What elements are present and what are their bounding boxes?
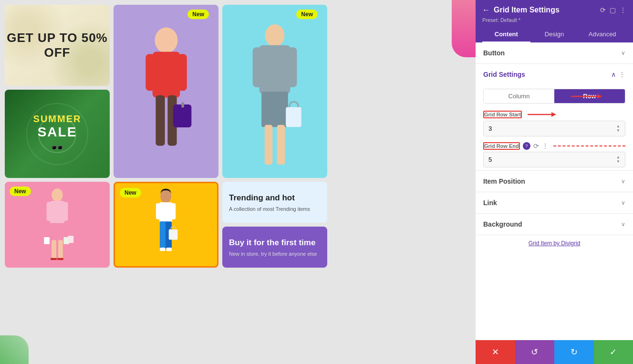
dashed-line [553, 146, 625, 146]
settings-panel: ← Grid Item Settings ⟳ ▢ ⋮ Preset: Defau… [476, 0, 633, 364]
row-start-up[interactable]: ▲ [616, 125, 620, 128]
row-start-input[interactable]: 3 ▲ ▼ [483, 121, 625, 136]
svg-rect-20 [51, 223, 64, 240]
buy-title: Buy it for the first time [229, 238, 321, 248]
window-icon[interactable]: ▢ [610, 6, 616, 14]
grid-item-5[interactable]: New [5, 182, 110, 268]
menu-icon[interactable]: ⋮ [620, 6, 626, 14]
row-start-arrows: ▲ ▼ [616, 125, 620, 133]
section-background-header[interactable]: Background ∨ [476, 214, 633, 235]
person-svg-2 [122, 22, 211, 178]
grid-item-2[interactable]: New [114, 5, 218, 178]
section-link: Link ∨ [476, 192, 633, 214]
refresh-icon[interactable]: ⟳ [600, 6, 606, 14]
row-start-value: 3 [488, 125, 492, 132]
main-canvas: GET UP TO 50% OFF New [0, 0, 476, 364]
annotation-row-start [528, 110, 559, 119]
section-grid-settings: Grid Settings ∧ ⋮ Column Row [476, 64, 633, 171]
grid-settings-more-icon[interactable]: ⋮ [619, 71, 625, 78]
svg-marker-38 [597, 94, 602, 99]
section-item-position-chevron: ∨ [621, 178, 625, 185]
svg-rect-31 [171, 203, 176, 219]
buy-subtitle: New in store, try it before anyone else [229, 251, 321, 257]
panel-footer: ✕ ↺ ↻ ✓ [476, 340, 633, 364]
reset-button[interactable]: ↺ [515, 340, 555, 364]
person-svg-3 [228, 19, 322, 178]
toggle-column[interactable]: Column [484, 89, 554, 103]
trending-title: Trending and hot [229, 193, 321, 203]
section-item-position-header[interactable]: Item Position ∨ [476, 171, 633, 192]
section-button-chevron: ∨ [621, 50, 625, 56]
panel-header: ← Grid Item Settings ⟳ ▢ ⋮ Preset: Defau… [476, 0, 633, 42]
svg-rect-33 [160, 221, 166, 249]
banner-text: GET UP TO 50% OFF [5, 31, 110, 60]
row-end-up[interactable]: ▲ [616, 156, 620, 159]
redo-button[interactable]: ↻ [554, 340, 594, 364]
grid-item-1[interactable]: GET UP TO 50% OFF [5, 5, 110, 86]
person-svg-5 [15, 186, 99, 268]
row-end-arrows: ▲ ▼ [616, 156, 620, 164]
svg-point-16 [52, 188, 63, 201]
back-arrow-icon[interactable]: ← [482, 6, 490, 14]
svg-rect-29 [160, 202, 173, 222]
svg-point-0 [155, 28, 177, 53]
grid-settings-icons: ∧ ⋮ [611, 71, 625, 78]
panel-preset: Preset: Default * [482, 17, 626, 23]
grid-layout: GET UP TO 50% OFF New [5, 5, 471, 359]
section-link-header[interactable]: Link ∨ [476, 192, 633, 213]
grid-item-8[interactable]: Buy it for the first time New in store, … [222, 227, 327, 268]
row-end-input[interactable]: 5 ▲ ▼ [483, 152, 625, 167]
tab-content[interactable]: Content [482, 27, 530, 42]
new-badge-5: New [10, 187, 31, 196]
svg-rect-15 [286, 107, 301, 127]
grid-item-4[interactable]: SUMMER SALE 🕶️ [5, 90, 110, 178]
section-button-header[interactable]: Button ∨ [476, 42, 633, 63]
row-end-label-row: Grid Row End ? ⟳ ⋮ [483, 142, 625, 150]
field-group-row-end: Grid Row End ? ⟳ ⋮ 5 ▲ ▼ [476, 139, 633, 170]
svg-rect-25 [44, 237, 50, 244]
tab-design[interactable]: Design [530, 27, 579, 42]
panel-tabs: Content Design Advanced [482, 27, 626, 42]
tab-advanced[interactable]: Advanced [578, 27, 626, 42]
svg-rect-12 [261, 92, 288, 127]
trending-subtitle: A collection of most Trending items [229, 206, 321, 212]
section-grid-title: Grid Settings [483, 71, 525, 78]
arrow-svg-2 [528, 110, 559, 119]
toggle-container: Column Row [476, 89, 633, 104]
save-button[interactable]: ✓ [594, 340, 633, 364]
person-container-3 [222, 5, 327, 178]
annotation-row [571, 92, 604, 101]
row-end-icon2[interactable]: ⋮ [542, 142, 549, 150]
field-group-row-start: Grid Row Start 3 ▲ ▼ [476, 107, 633, 139]
svg-rect-34 [160, 248, 166, 251]
section-link-chevron: ∨ [621, 199, 625, 206]
grid-item-7[interactable]: Trending and hot A collection of most Tr… [222, 182, 327, 223]
row-end-down[interactable]: ▼ [616, 160, 620, 164]
section-background-chevron: ∨ [621, 221, 625, 228]
panel-title-row: ← Grid Item Settings ⟳ ▢ ⋮ [482, 6, 626, 14]
section-item-position-title: Item Position [483, 177, 525, 185]
new-badge-6: New [120, 188, 141, 198]
section-link-title: Link [483, 199, 497, 207]
section-background: Background ∨ [476, 214, 633, 235]
svg-rect-10 [253, 47, 262, 87]
svg-rect-3 [177, 54, 187, 91]
row-end-icon1[interactable]: ⟳ [533, 142, 539, 150]
section-item-position: Item Position ∨ [476, 171, 633, 192]
panel-body: Button ∨ Grid Settings ∧ ⋮ Column Row [476, 42, 633, 340]
svg-rect-22 [58, 240, 63, 259]
grid-item-3[interactable]: New [222, 5, 327, 178]
section-grid-header[interactable]: Grid Settings ∧ ⋮ [476, 64, 633, 85]
help-icon[interactable]: ? [523, 142, 530, 150]
section-button-title: Button [483, 49, 505, 57]
svg-rect-13 [265, 125, 273, 165]
svg-rect-19 [63, 202, 68, 221]
grid-item-stack: Trending and hot A collection of most Tr… [222, 182, 327, 268]
row-start-down[interactable]: ▼ [616, 129, 620, 133]
svg-rect-35 [166, 248, 172, 251]
svg-rect-23 [51, 258, 57, 260]
svg-rect-18 [47, 202, 52, 221]
grid-item-6[interactable]: New [114, 182, 218, 268]
cancel-button[interactable]: ✕ [476, 340, 515, 364]
footer-link[interactable]: Grid Item by Divigrid [476, 235, 633, 251]
